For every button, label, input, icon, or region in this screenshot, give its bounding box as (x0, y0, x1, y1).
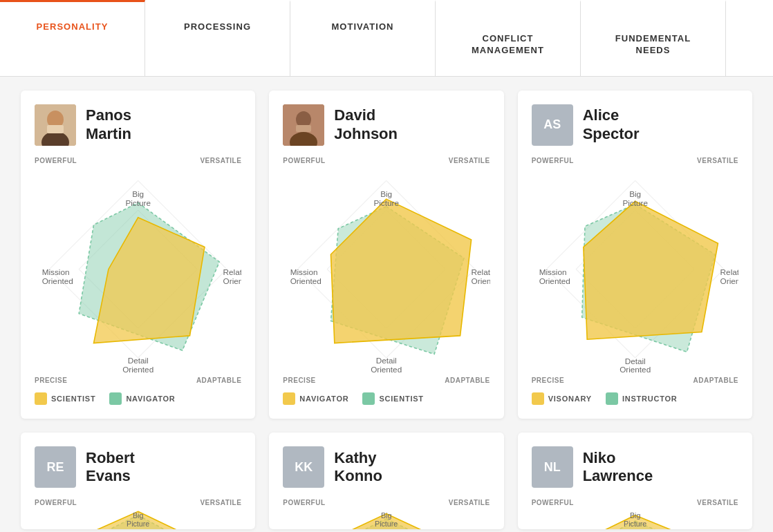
svg-text:Picture: Picture (624, 520, 646, 528)
chart-alice: POWERFUL VERSATILE (532, 157, 738, 384)
corner-tl-robert: POWERFUL (35, 499, 77, 506)
svg-text:Mission: Mission (539, 267, 566, 276)
corner-tl-niko: POWERFUL (532, 499, 574, 506)
legend-item-scientist-david: SCIENTIST (362, 392, 423, 405)
card-robert: RE RobertEvans POWERFUL VERSATILE Big Pi… (21, 433, 255, 529)
person-header-david: DavidJohnson (283, 104, 490, 146)
svg-text:Oriented: Oriented (122, 365, 153, 372)
corner-tl-alice: POWERFUL (532, 157, 574, 164)
svg-text:Big: Big (381, 511, 391, 520)
legend-david: NAVIGATOR SCIENTIST (283, 392, 490, 405)
avatar-robert: RE (35, 446, 76, 488)
card-kathy: KK KathyKonno POWERFUL VERSATILE Big Pic… (269, 433, 503, 529)
svg-text:Oriented: Oriented (371, 365, 402, 372)
svg-text:Mission: Mission (290, 267, 318, 276)
svg-rect-25 (296, 125, 311, 132)
legend-item-visionary: VISONARY (532, 392, 592, 405)
legend-alice: VISONARY INSTRUCTOR (532, 392, 738, 405)
svg-rect-3 (47, 125, 64, 133)
avatar-david (283, 104, 324, 146)
chart-kathy: POWERFUL VERSATILE Big Picture (283, 499, 490, 529)
radar-svg-robert: Big Picture (35, 508, 241, 529)
card-panos: PanosMartin POWERFUL VERSATILE (21, 91, 255, 419)
chart-robert: POWERFUL VERSATILE Big Picture (35, 499, 241, 529)
legend-item-instructor: INSTRUCTOR (606, 392, 678, 405)
legend-panos: SCIENTIST NAVIGATOR (35, 392, 241, 405)
svg-text:Oriented: Oriented (539, 276, 570, 285)
chart-david: POWERFUL VERSATILE (283, 157, 490, 384)
person-name-robert: RobertEvans (86, 449, 135, 486)
svg-text:Relation: Relation (720, 267, 738, 276)
svg-text:Detail: Detail (376, 356, 397, 365)
chart-panos: POWERFUL VERSATILE (35, 157, 241, 384)
radar-svg-niko: Big Picture (532, 508, 738, 529)
person-name-panos: PanosMartin (86, 106, 131, 143)
svg-text:Oriented: Oriented (290, 276, 322, 285)
radar-svg-alice: Big Picture Relation Oriented Detail Ori… (532, 166, 738, 372)
avatar-panos (35, 104, 76, 146)
tab-conflict[interactable]: CONFLICTMANAGEMENT (436, 0, 581, 76)
person-name-david: DavidJohnson (334, 106, 398, 143)
corner-tr-alice: VERSATILE (697, 157, 738, 164)
svg-text:Relation: Relation (472, 267, 490, 276)
legend-color-navigator (109, 392, 122, 405)
card-david: DavidJohnson POWERFUL VERSATILE (269, 91, 503, 419)
svg-text:Picture: Picture (125, 198, 151, 207)
person-name-kathy: KathyKonno (334, 449, 382, 486)
corner-tr-robert: VERSATILE (200, 499, 241, 506)
cards-grid: PanosMartin POWERFUL VERSATILE (21, 91, 752, 529)
corner-tr-david: VERSATILE (449, 157, 490, 164)
svg-text:Detail: Detail (624, 356, 645, 365)
avatar-kathy: KK (283, 446, 324, 488)
corner-bl-alice: PRECISE (532, 377, 564, 384)
card-alice: AS AliceSpector POWERFUL VERSATILE (518, 91, 752, 419)
svg-text:Picture: Picture (622, 198, 648, 207)
avatar-alice: AS (532, 104, 573, 146)
svg-text:Oriented: Oriented (42, 276, 73, 285)
corner-tr-niko: VERSATILE (697, 499, 738, 506)
svg-text:Oriented: Oriented (720, 276, 738, 285)
svg-text:Oriented: Oriented (620, 365, 651, 372)
legend-color-scientist (35, 392, 47, 405)
avatar-niko: NL (532, 446, 573, 488)
nav-tabs: PERSONALITY PROCESSING MOTIVATION CONFLI… (0, 0, 773, 77)
svg-text:Relation: Relation (223, 267, 242, 276)
svg-text:Detail: Detail (128, 356, 149, 365)
tab-personality[interactable]: PERSONALITY (0, 0, 145, 76)
svg-text:Big: Big (381, 189, 393, 198)
corner-tl-kathy: POWERFUL (283, 499, 325, 506)
svg-text:Big: Big (133, 511, 143, 520)
legend-item-navigator: NAVIGATOR (109, 392, 175, 405)
person-name-alice: AliceSpector (583, 106, 640, 143)
tab-processing[interactable]: PROCESSING (145, 0, 290, 76)
radar-svg-kathy: Big Picture (283, 508, 490, 529)
corner-bl-panos: PRECISE (35, 377, 67, 384)
svg-text:Picture: Picture (375, 520, 398, 528)
svg-marker-35 (331, 199, 472, 343)
person-header-kathy: KK KathyKonno (283, 446, 490, 488)
tab-fundamental[interactable]: FUNDEMENTALNEEDS (581, 0, 726, 76)
corner-tr-panos: VERSATILE (200, 157, 241, 164)
svg-text:Picture: Picture (127, 520, 149, 528)
corner-br-panos: ADAPTABLE (196, 377, 241, 384)
svg-text:Mission: Mission (42, 267, 70, 276)
chart-niko: POWERFUL VERSATILE Big Picture (532, 499, 738, 529)
svg-text:Big: Big (630, 511, 640, 520)
legend-item-scientist: SCIENTIST (35, 392, 95, 405)
card-niko: NL NikoLawrence POWERFUL VERSATILE Big P… (518, 433, 752, 529)
corner-bl-david: PRECISE (283, 377, 315, 384)
main-content: PanosMartin POWERFUL VERSATILE (0, 77, 773, 532)
svg-text:Big: Big (629, 189, 641, 198)
svg-text:Big: Big (132, 189, 144, 198)
radar-svg-panos: Big Picture Relation Oriented Detail Ori… (35, 166, 241, 372)
corner-tr-kathy: VERSATILE (449, 499, 490, 506)
tab-motivation[interactable]: MOTIVATION (290, 0, 436, 76)
legend-item-navigator-david: NAVIGATOR (283, 392, 348, 405)
radar-svg-david: Big Picture Relation Oriented Detail Ori… (283, 166, 490, 372)
person-header-panos: PanosMartin (35, 104, 241, 146)
person-header-niko: NL NikoLawrence (532, 446, 738, 488)
corner-tl-panos: POWERFUL (35, 157, 77, 164)
svg-text:Picture: Picture (374, 198, 400, 207)
corner-br-alice: ADAPTABLE (693, 377, 738, 384)
person-header-robert: RE RobertEvans (35, 446, 241, 488)
